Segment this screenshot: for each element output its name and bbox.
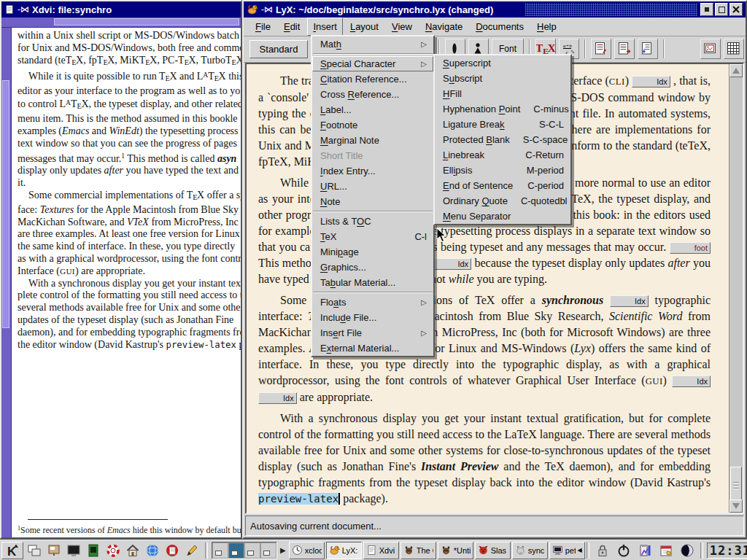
- idx-inset-button[interactable]: Idx: [610, 295, 649, 307]
- pager-desktop-3[interactable]: [244, 542, 260, 559]
- menubar-item-view[interactable]: View: [386, 18, 418, 36]
- k-menu-button[interactable]: K: [1, 542, 23, 559]
- menu-item-cross-reference[interactable]: Cross Reference...: [312, 87, 433, 102]
- xdvi-vertical-scrollbar[interactable]: [1, 28, 12, 537]
- task-button-pete[interactable]: pete◀: [549, 542, 585, 559]
- desktop-pager[interactable]: [212, 542, 277, 559]
- toolbar-figure-button[interactable]: [700, 39, 721, 59]
- toolbar-marginpar-button[interactable]: [614, 39, 635, 59]
- xdvi-hscroll-thumb[interactable]: [54, 18, 239, 26]
- menu-item-lists-toc[interactable]: Lists & TOC: [312, 214, 433, 229]
- tray-organizer-button[interactable]: [657, 542, 676, 559]
- menu-item-tabular-material[interactable]: Tabular Material...: [312, 275, 433, 290]
- idx-inset-button[interactable]: Idx: [672, 376, 711, 387]
- menubar-item-file[interactable]: File: [249, 18, 276, 36]
- document-scrollbar[interactable]: [729, 64, 743, 513]
- menu-item-external-material[interactable]: External Material...: [312, 341, 433, 356]
- launcher-globe-button[interactable]: [143, 542, 162, 559]
- toolbar-table-button[interactable]: [724, 39, 744, 59]
- task-button-xdvi[interactable]: Xdvi: [363, 542, 399, 559]
- task-button-the-g[interactable]: The G: [400, 542, 436, 559]
- menu-item-special-character[interactable]: Special Character▷: [312, 56, 433, 71]
- task-button-xcloc[interactable]: xcloc: [289, 542, 325, 559]
- minimize-button[interactable]: [700, 3, 713, 16]
- window-pin-icon[interactable]: -⋈: [18, 4, 29, 15]
- layout-combo[interactable]: Standard: [249, 40, 308, 58]
- menu-item-superscript[interactable]: Superscript: [435, 55, 570, 71]
- launcher-help-button[interactable]: [104, 542, 123, 559]
- menubar-item-insert[interactable]: Insert: [307, 18, 343, 36]
- menubar-item-documents[interactable]: Documents: [470, 18, 530, 36]
- menu-item-hfill[interactable]: HFill: [435, 86, 570, 101]
- task-button-sync[interactable]: sync: [512, 542, 548, 559]
- tray-klipper-button[interactable]: [635, 542, 654, 559]
- launcher-kvt-button[interactable]: [84, 542, 103, 559]
- pager-desktop-1[interactable]: [212, 542, 228, 559]
- launcher-news-button[interactable]: [163, 542, 182, 559]
- xdvi-horizontal-scrollbar[interactable]: [1, 18, 241, 28]
- menu-item-note[interactable]: Note: [312, 194, 433, 209]
- scroll-down-button[interactable]: [729, 499, 743, 513]
- menu-item-tex[interactable]: TeXC-l: [312, 229, 433, 244]
- menu-item-citation-reference[interactable]: Citation Reference...: [312, 71, 433, 87]
- menu-item-floats[interactable]: Floats▷: [312, 295, 433, 310]
- task-scroll-left-icon[interactable]: ▶: [279, 546, 287, 554]
- idx-inset-button[interactable]: Idx: [433, 258, 471, 270]
- lyx-window-title: LyX: ~/doc/beginlatex/src/synchro.lyx (c…: [276, 4, 493, 15]
- menu-item-index-entry[interactable]: Index Entry...: [312, 163, 433, 179]
- launcher-edit-button[interactable]: [182, 542, 201, 559]
- menubar-item-navigate[interactable]: Navigate: [419, 18, 468, 36]
- task-button-slas[interactable]: Slas: [475, 542, 511, 559]
- toolbar-footnote-button[interactable]: [591, 39, 611, 59]
- special-character-submenu: SuperscriptSubscriptHFillHyphenation Poi…: [433, 54, 572, 225]
- menu-item-url[interactable]: URL...: [312, 179, 433, 194]
- menu-item-subscript[interactable]: Subscript: [435, 71, 570, 86]
- menu-item-minipage[interactable]: Minipage: [312, 244, 433, 260]
- menu-item-label[interactable]: Label...: [312, 102, 433, 117]
- launcher-windows-button[interactable]: [25, 542, 44, 559]
- pager-desktop-2[interactable]: [228, 542, 244, 559]
- menu-item-graphics[interactable]: Graphics...: [312, 260, 433, 275]
- menubar-item-edit[interactable]: Edit: [278, 18, 306, 36]
- close-button[interactable]: [729, 3, 743, 16]
- idx-inset-button[interactable]: Idx: [632, 76, 670, 88]
- maximize-button[interactable]: [715, 3, 728, 16]
- menu-item-footnote[interactable]: Footnote: [312, 117, 433, 133]
- menu-item-ligature-break[interactable]: Ligature BreakS-C-L: [435, 117, 570, 132]
- menu-item-menu-separator[interactable]: Menu Separator: [435, 209, 570, 224]
- xdvi-titlebar[interactable]: -⋈ Xdvi: file:synchro: [1, 1, 241, 18]
- menu-item-ellipsis[interactable]: EllipsisM-period: [435, 163, 570, 178]
- task-button-lyx[interactable]: LyX:: [326, 542, 362, 559]
- menu-item-end-of-sentence[interactable]: End of SentenceC-period: [435, 178, 570, 193]
- menu-item-include-file[interactable]: Include File...: [312, 310, 433, 325]
- menubar-item-layout[interactable]: Layout: [344, 18, 384, 36]
- menu-item-protected-blank[interactable]: Protected BlankS-C-space: [435, 132, 570, 147]
- menu-item-hyphenation-point[interactable]: Hyphenation PointC-minus: [435, 101, 570, 117]
- launcher-home-button[interactable]: [123, 542, 142, 559]
- menu-item-ordinary-quote[interactable]: Ordinary QuoteC-quotedbl: [435, 193, 570, 209]
- menu-item-marginal-note[interactable]: Marginal Note: [312, 133, 433, 148]
- menu-item-short-title[interactable]: Short Title: [312, 148, 433, 163]
- task-label: *Unti: [454, 546, 471, 555]
- launcher-terminal-button[interactable]: [64, 542, 83, 559]
- toolbar-depth-button[interactable]: [638, 39, 658, 59]
- menubar-item-help[interactable]: Help: [531, 18, 562, 36]
- lyx-titlebar[interactable]: -⋈ LyX: ~/doc/beginlatex/src/synchro.lyx…: [244, 1, 746, 18]
- xdvi-vscroll-thumb[interactable]: [2, 80, 9, 328]
- tray-moon-button[interactable]: [678, 542, 697, 559]
- tray-power-button[interactable]: [614, 542, 633, 559]
- menu-separator: [313, 292, 433, 293]
- foot-inset-button[interactable]: foot: [670, 242, 711, 254]
- menu-item-math[interactable]: Math▷: [312, 36, 433, 52]
- window-pin-icon[interactable]: -⋈: [261, 4, 273, 15]
- document-paragraph[interactable]: With a synchronous display you get your …: [258, 411, 711, 507]
- menu-item-linebreak[interactable]: LinebreakC-Return: [435, 147, 570, 163]
- task-button-unti[interactable]: *Unti: [438, 542, 473, 559]
- clock-applet[interactable]: 12:31: [707, 542, 747, 559]
- menu-item-insert-file[interactable]: Insert File▷: [312, 325, 433, 341]
- idx-inset-button[interactable]: Idx: [258, 392, 297, 404]
- launcher-desktop-button[interactable]: [44, 542, 63, 559]
- tray-lock-button[interactable]: [593, 542, 612, 559]
- scroll-up-button[interactable]: [729, 64, 743, 77]
- pager-desktop-4[interactable]: [260, 542, 276, 559]
